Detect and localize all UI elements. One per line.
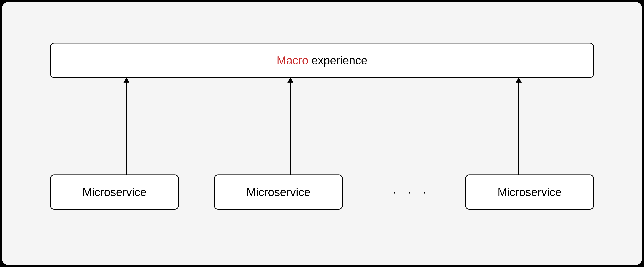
microservice-box: Microservice [465,174,594,210]
microservice-box: Microservice [50,174,179,210]
ellipsis-label: · · · [382,174,441,210]
arrow-up-icon [126,78,127,174]
macro-accent-word: Macro [277,54,308,67]
microservice-label: Microservice [82,186,146,199]
microservice-label: Microservice [246,186,310,199]
diagram-frame: Macro experience Microservice Microservi… [2,2,642,265]
arrow-up-icon [518,78,519,174]
microservice-box: Microservice [214,174,343,210]
macro-rest-word: experience [308,54,367,67]
microservice-label: Microservice [498,186,562,199]
macro-experience-box: Macro experience [50,43,594,78]
arrow-up-icon [290,78,291,174]
macro-experience-label: Macro experience [277,54,367,67]
